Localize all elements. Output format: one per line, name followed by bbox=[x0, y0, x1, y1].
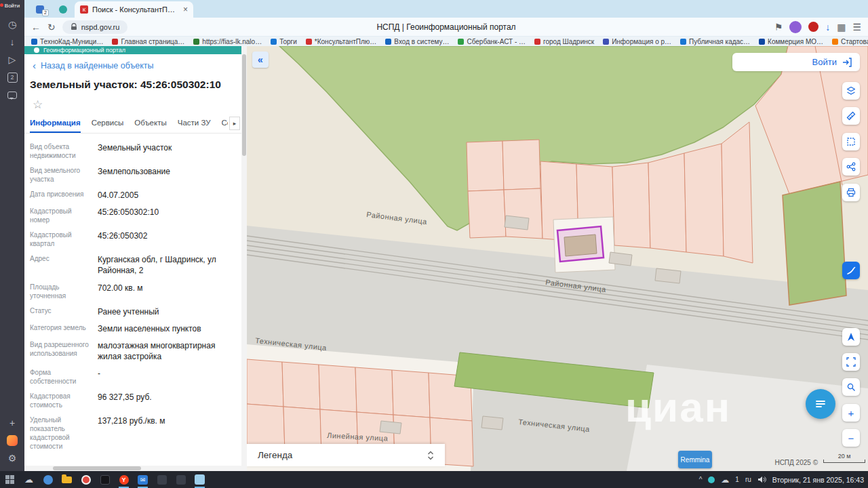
bookmark-item[interactable]: Торги bbox=[271, 38, 297, 45]
bookmark-item[interactable]: Главная страница… bbox=[112, 38, 184, 45]
apps-grid-icon[interactable]: ▦ bbox=[837, 22, 846, 33]
tab-badge: 2 bbox=[42, 9, 49, 16]
zoom-in-button[interactable]: + bbox=[842, 404, 860, 422]
bookmark-item[interactable]: Стартовая стран… bbox=[832, 38, 868, 45]
language-indicator[interactable]: ru bbox=[745, 476, 751, 483]
active-window-icon[interactable] bbox=[194, 474, 205, 485]
green-parcel[interactable] bbox=[783, 182, 846, 305]
tab-title: Поиск - КонсультантПлю… bbox=[92, 5, 179, 14]
tab-services[interactable]: Сервисы bbox=[92, 119, 124, 133]
music-icon[interactable] bbox=[0, 432, 24, 449]
tray-expand-icon[interactable]: ^ bbox=[699, 476, 703, 483]
field-row: СтатусРанее учтенный bbox=[30, 300, 236, 317]
panel-vertical-scrollbar[interactable] bbox=[241, 46, 247, 471]
draw-tool-button[interactable] bbox=[842, 262, 860, 279]
field-row: Вид земельного участкаЗемлепользование bbox=[30, 160, 236, 184]
bookmark-flag-icon[interactable]: ⚑ bbox=[774, 22, 783, 33]
scale-bar bbox=[823, 460, 865, 463]
bookmark-item[interactable]: Вход в систему… bbox=[385, 38, 449, 45]
tab-information[interactable]: Информация bbox=[30, 119, 81, 133]
map-login-button[interactable]: Войти bbox=[732, 53, 860, 71]
tab-counter[interactable]: 2 bbox=[0, 68, 24, 86]
back-to-results-link[interactable]: ‹ Назад в найденные объекты bbox=[24, 54, 241, 73]
tab-favicon: К bbox=[80, 5, 88, 14]
chat-icon[interactable] bbox=[0, 86, 24, 104]
bookmark-item[interactable]: Публичная кадас… bbox=[680, 38, 750, 45]
bookmark-item[interactable]: ТехноКад-Муници… bbox=[31, 38, 103, 45]
back-icon[interactable]: ← bbox=[31, 22, 41, 33]
tab-parts[interactable]: Части ЗУ bbox=[178, 119, 211, 133]
bookmark-item[interactable]: *КонсультантПлю… bbox=[306, 38, 377, 45]
window-app-icon[interactable] bbox=[156, 474, 167, 485]
settings-gear-icon[interactable]: ⚙ bbox=[0, 449, 24, 467]
remmina-window-button[interactable]: Remmina bbox=[678, 451, 712, 468]
legend-bar[interactable]: Легенда bbox=[247, 444, 445, 466]
panel-collapse-button[interactable]: « bbox=[252, 52, 269, 68]
reload-icon[interactable]: ↻ bbox=[47, 22, 56, 33]
notification-dot bbox=[0, 3, 3, 7]
object-info-panel: Геоинформационный портал ‹ Назад в найде… bbox=[24, 46, 241, 471]
active-tab[interactable]: К Поиск - КонсультантПлю… × bbox=[75, 1, 193, 18]
address-bar[interactable]: nspd.gov.ru bbox=[62, 20, 128, 34]
panel-horizontal-scrollbar[interactable] bbox=[24, 466, 241, 471]
cloud-app-icon[interactable]: ☁ bbox=[23, 474, 35, 485]
history-icon[interactable]: ◷ bbox=[0, 16, 24, 33]
legend-toggle-icon[interactable] bbox=[427, 451, 434, 460]
legend-label: Легенда bbox=[258, 450, 292, 460]
bookmark-favicon bbox=[112, 39, 118, 45]
window-app-icon[interactable] bbox=[175, 474, 186, 485]
field-row: Кадастровая стоимость96 327,35 руб. bbox=[30, 386, 236, 409]
map-viewport[interactable]: Районная улица Районная улица Техническа… bbox=[247, 46, 868, 471]
file-manager-icon[interactable] bbox=[61, 474, 73, 485]
extension-badge-icon[interactable] bbox=[808, 22, 818, 32]
panel-tabs: Информация Сервисы Объекты Части ЗУ Сост… bbox=[24, 113, 241, 134]
print-button[interactable] bbox=[842, 184, 860, 201]
zoom-out-button[interactable]: − bbox=[842, 429, 860, 447]
clock[interactable]: Вторник, 21 янв 2025, 16:43 bbox=[772, 476, 864, 484]
map-search-button[interactable] bbox=[842, 378, 860, 396]
my-location-button[interactable] bbox=[842, 328, 860, 346]
yandex-browser-icon[interactable]: Y bbox=[118, 474, 130, 485]
bookmark-item[interactable]: Информация о р… bbox=[603, 38, 671, 45]
bookmark-favicon bbox=[680, 39, 686, 45]
add-icon[interactable]: + bbox=[0, 414, 24, 432]
menu-icon[interactable]: ☰ bbox=[852, 22, 861, 33]
rail-login-button[interactable]: Войти bbox=[5, 3, 20, 9]
downloads-icon[interactable]: ↓ bbox=[0, 33, 24, 51]
browser-app-icon[interactable] bbox=[42, 474, 54, 485]
attributes-list: Вид объекта недвижимостиЗемельный участо… bbox=[24, 134, 241, 451]
tab-close-icon[interactable]: × bbox=[183, 5, 188, 14]
map-copyright: НСПД 2025 © bbox=[774, 459, 818, 466]
profile-avatar[interactable] bbox=[789, 21, 802, 33]
tab-composition[interactable]: Состав bbox=[222, 119, 228, 133]
bookmark-item[interactable]: город Шадринск bbox=[534, 38, 594, 45]
chat-fab-button[interactable] bbox=[806, 389, 835, 419]
layers-button[interactable] bbox=[842, 82, 860, 100]
tab-objects[interactable]: Объекты bbox=[134, 119, 166, 133]
pinned-tab-1[interactable]: 2 bbox=[28, 1, 52, 18]
favorite-star-icon[interactable]: ☆ bbox=[24, 94, 241, 113]
volume-icon[interactable] bbox=[757, 476, 766, 483]
pinned-tab-2[interactable] bbox=[52, 1, 75, 18]
bookmark-favicon bbox=[385, 39, 391, 45]
download-icon[interactable]: ↓ bbox=[825, 22, 830, 33]
start-button[interactable] bbox=[4, 474, 16, 485]
tabs-overflow-arrow[interactable]: ▸ bbox=[229, 117, 240, 130]
select-area-button[interactable] bbox=[842, 133, 860, 150]
share-button[interactable] bbox=[842, 158, 860, 176]
bookmark-item[interactable]: Сбербанк-АСТ - … bbox=[458, 38, 526, 45]
map-canvas[interactable]: Районная улица Районная улица Техническа… bbox=[247, 46, 868, 471]
media-icon[interactable]: ▷ bbox=[0, 51, 24, 68]
extent-button[interactable] bbox=[842, 353, 860, 371]
bookmark-item[interactable]: https://fias-lk.nalo… bbox=[193, 38, 262, 45]
terminal-app-icon[interactable] bbox=[99, 474, 111, 485]
bookmark-item[interactable]: Коммерция МО… bbox=[759, 38, 823, 45]
mail-app-icon[interactable]: ✉ bbox=[137, 474, 149, 485]
selected-parcel[interactable] bbox=[557, 226, 604, 262]
field-row: Вид разрешенного использованиямалоэтажна… bbox=[30, 334, 236, 362]
tray-app-icon[interactable] bbox=[708, 476, 715, 483]
parcel-title: Земельный участок: 45:26:050302:10 bbox=[24, 73, 241, 94]
measure-button[interactable] bbox=[842, 107, 860, 125]
red-app-icon[interactable] bbox=[80, 474, 92, 485]
tray-cloud-icon[interactable]: ☁ bbox=[721, 475, 729, 485]
